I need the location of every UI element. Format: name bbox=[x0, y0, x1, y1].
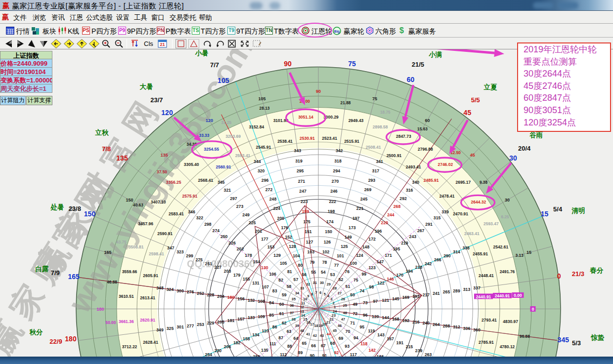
svg-text:50: 50 bbox=[350, 292, 355, 297]
svg-text:273: 273 bbox=[236, 204, 244, 209]
svg-text:78: 78 bbox=[322, 260, 327, 265]
svg-text:320: 320 bbox=[258, 168, 265, 173]
svg-text:347: 347 bbox=[167, 245, 175, 250]
svg-text:2746.02: 2746.02 bbox=[438, 162, 453, 167]
svg-text:76: 76 bbox=[345, 269, 350, 274]
svg-text:319: 319 bbox=[295, 159, 303, 163]
svg-text:15.63: 15.63 bbox=[417, 126, 428, 131]
svg-text:143: 143 bbox=[377, 332, 385, 337]
svg-text:20/4: 20/4 bbox=[518, 145, 531, 152]
svg-text:小暑: 小暑 bbox=[195, 49, 209, 57]
svg-text:2949.43: 2949.43 bbox=[349, 118, 364, 123]
svg-text:99: 99 bbox=[361, 272, 366, 277]
svg-text:18.75: 18.75 bbox=[380, 110, 391, 115]
svg-text:252: 252 bbox=[197, 291, 204, 296]
svg-text:2538.41: 2538.41 bbox=[277, 139, 293, 144]
svg-text:342: 342 bbox=[336, 148, 343, 153]
svg-text:大暑: 大暑 bbox=[140, 83, 153, 90]
svg-text:40: 40 bbox=[300, 328, 304, 333]
svg-text:165: 165 bbox=[68, 273, 80, 281]
svg-text:2553.41: 2553.41 bbox=[235, 153, 251, 158]
svg-text:84: 84 bbox=[269, 300, 274, 305]
svg-text:124: 124 bbox=[356, 253, 363, 258]
svg-text:53: 53 bbox=[330, 272, 335, 277]
svg-text:242: 242 bbox=[425, 261, 432, 266]
svg-text:2847.73: 2847.73 bbox=[396, 134, 411, 139]
svg-text:2478.41: 2478.41 bbox=[439, 194, 455, 199]
svg-text:立夏: 立夏 bbox=[483, 83, 497, 91]
svg-text:3508.81: 3508.81 bbox=[129, 244, 144, 249]
svg-text:274: 274 bbox=[213, 228, 220, 233]
svg-text:348: 348 bbox=[156, 285, 164, 290]
svg-text:118: 118 bbox=[360, 341, 367, 346]
svg-text:7: 7 bbox=[315, 290, 317, 295]
svg-text:150: 150 bbox=[126, 198, 133, 202]
svg-text:205: 205 bbox=[217, 320, 224, 324]
svg-text:343: 343 bbox=[294, 148, 302, 153]
svg-text:75: 75 bbox=[372, 96, 377, 101]
svg-text:360: 360 bbox=[473, 327, 481, 332]
svg-text:5: 5 bbox=[324, 292, 326, 296]
svg-text:2493.41: 2493.41 bbox=[406, 164, 421, 169]
svg-text:341: 341 bbox=[376, 159, 383, 164]
svg-text:51: 51 bbox=[346, 284, 350, 289]
svg-text:3559.66: 3559.66 bbox=[122, 269, 137, 274]
svg-text:21/5: 21/5 bbox=[412, 61, 424, 68]
svg-text:225: 225 bbox=[249, 220, 256, 225]
svg-text:90: 90 bbox=[316, 89, 321, 94]
svg-text:216: 216 bbox=[412, 320, 420, 324]
svg-text:12: 12 bbox=[300, 305, 304, 309]
svg-text:155: 155 bbox=[243, 277, 250, 282]
svg-text:135: 135 bbox=[261, 348, 268, 353]
svg-text:167: 167 bbox=[387, 336, 394, 341]
svg-text:26: 26 bbox=[341, 297, 345, 301]
svg-text:3712.22: 3712.22 bbox=[122, 344, 137, 349]
svg-text:101: 101 bbox=[337, 253, 344, 258]
svg-text:3152.84: 3152.84 bbox=[249, 124, 264, 129]
svg-text:202: 202 bbox=[237, 246, 244, 251]
svg-text:49: 49 bbox=[352, 302, 357, 307]
svg-text:314: 314 bbox=[453, 249, 460, 254]
svg-text:227: 227 bbox=[215, 265, 222, 270]
svg-text:24: 24 bbox=[333, 309, 337, 314]
svg-text:272: 272 bbox=[265, 187, 273, 192]
svg-text:165: 165 bbox=[104, 250, 111, 255]
svg-text:60: 60 bbox=[425, 118, 430, 123]
svg-text:122: 122 bbox=[377, 281, 385, 285]
svg-text:39: 39 bbox=[295, 324, 299, 328]
svg-text:312: 312 bbox=[453, 324, 460, 329]
svg-text:103: 103 bbox=[307, 249, 315, 254]
svg-text:206: 206 bbox=[224, 344, 231, 349]
svg-text:2545.91: 2545.91 bbox=[256, 145, 271, 150]
svg-text:5/3: 5/3 bbox=[572, 339, 581, 347]
svg-text:58: 58 bbox=[287, 284, 292, 289]
svg-text:63: 63 bbox=[287, 329, 292, 334]
svg-text:42: 42 bbox=[313, 333, 317, 338]
svg-text:45: 45 bbox=[333, 328, 337, 333]
svg-text:346: 346 bbox=[188, 209, 195, 214]
svg-text:178: 178 bbox=[245, 253, 252, 258]
svg-text:128: 128 bbox=[289, 244, 296, 249]
svg-text:2628.41: 2628.41 bbox=[143, 340, 158, 345]
svg-text:82: 82 bbox=[278, 278, 283, 283]
svg-text:121: 121 bbox=[382, 298, 390, 303]
svg-text:3661.36: 3661.36 bbox=[119, 319, 134, 324]
svg-text:45: 45 bbox=[464, 109, 472, 117]
svg-text:2515.91: 2515.91 bbox=[344, 139, 359, 144]
svg-text:199: 199 bbox=[302, 209, 309, 214]
svg-text:73: 73 bbox=[363, 300, 368, 305]
svg-text:34: 34 bbox=[295, 291, 300, 295]
svg-text:29: 29 bbox=[327, 282, 331, 286]
svg-text:19: 19 bbox=[318, 324, 322, 328]
svg-text:196: 196 bbox=[375, 229, 382, 234]
svg-text:85: 85 bbox=[269, 313, 274, 318]
svg-text:254: 254 bbox=[205, 352, 213, 357]
svg-text:96.88: 96.88 bbox=[520, 334, 530, 339]
svg-text:195: 195 bbox=[393, 246, 400, 251]
svg-text:清明: 清明 bbox=[571, 207, 585, 214]
svg-text:2695.17: 2695.17 bbox=[455, 180, 471, 185]
svg-text:36: 36 bbox=[290, 303, 294, 308]
svg-text:266: 266 bbox=[434, 257, 441, 262]
svg-text:268: 268 bbox=[394, 204, 401, 209]
svg-text:299: 299 bbox=[186, 253, 193, 258]
